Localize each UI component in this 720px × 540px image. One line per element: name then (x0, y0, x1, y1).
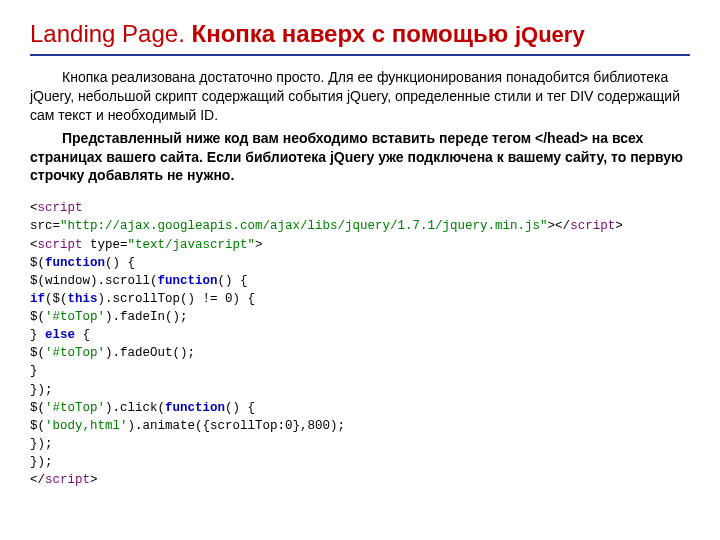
code-seg: script (45, 473, 90, 487)
title-part-2: Кнопка наверх с помощью (191, 20, 514, 47)
code-seg: $( (30, 256, 45, 270)
code-seg: function (45, 256, 105, 270)
paragraph-2-tag: </head> (535, 130, 588, 146)
code-seg: { (83, 328, 91, 342)
code-seg: script (570, 219, 615, 233)
code-seg: () { (105, 256, 135, 270)
code-line-15: }); (30, 453, 690, 471)
code-line-6: if($(this).scrollTop() != 0) { (30, 290, 690, 308)
code-seg: src= (30, 219, 60, 233)
code-line-4: $(function() { (30, 254, 690, 272)
code-seg: < (30, 238, 38, 252)
code-seg: '#toTop' (45, 310, 105, 324)
code-seg: </ (30, 473, 45, 487)
code-seg: > (255, 238, 263, 252)
code-seg: ).click( (105, 401, 165, 415)
code-block: <script src="http://ajax.googleapis.com/… (30, 199, 690, 489)
code-seg: '#toTop' (45, 346, 105, 360)
code-seg: ).fadeOut(); (105, 346, 195, 360)
code-seg: ).scrollTop() != 0) { (98, 292, 256, 306)
code-seg: function (165, 401, 225, 415)
code-seg: $(window).scroll( (30, 274, 158, 288)
code-seg: ($( (45, 292, 68, 306)
code-line-11: }); (30, 381, 690, 399)
paragraph-2: Представленный ниже код вам необходимо в… (30, 129, 690, 186)
code-seg: }); (30, 455, 53, 469)
code-seg: "http://ajax.googleapis.com/ajax/libs/jq… (60, 219, 548, 233)
code-seg: } (30, 364, 38, 378)
code-line-8: } else { (30, 326, 690, 344)
paragraph-2a: Представленный ниже код вам необходимо в… (62, 130, 535, 146)
code-seg: script (38, 238, 91, 252)
code-seg: > (615, 219, 623, 233)
code-seg: type= (90, 238, 128, 252)
code-line-5: $(window).scroll(function() { (30, 272, 690, 290)
code-line-7: $('#toTop').fadeIn(); (30, 308, 690, 326)
code-seg: if (30, 292, 45, 306)
page-title: Landing Page. Кнопка наверх с помощью jQ… (30, 20, 690, 48)
code-seg: "text/javascript" (128, 238, 256, 252)
code-line-12: $('#toTop').click(function() { (30, 399, 690, 417)
code-seg: () { (225, 401, 255, 415)
body-text: Кнопка реализована достаточно просто. Дл… (30, 68, 690, 185)
code-seg: function (158, 274, 218, 288)
code-line-9: $('#toTop').fadeOut(); (30, 344, 690, 362)
code-line-1: <script (30, 199, 690, 217)
code-seg: $( (30, 401, 45, 415)
code-seg: ></ (548, 219, 571, 233)
code-seg: > (90, 473, 98, 487)
code-seg: }); (30, 383, 53, 397)
code-seg: $( (30, 419, 45, 433)
code-seg: script (38, 201, 83, 215)
code-line-16: </script> (30, 471, 690, 489)
code-line-10: } (30, 362, 690, 380)
title-divider (30, 54, 690, 56)
code-line-13: $('body,html').animate({scrollTop:0},800… (30, 417, 690, 435)
code-line-14: }); (30, 435, 690, 453)
code-seg: } (30, 328, 45, 342)
code-seg: $( (30, 310, 45, 324)
code-line-2: src="http://ajax.googleapis.com/ajax/lib… (30, 217, 690, 235)
code-seg: () { (218, 274, 248, 288)
code-seg: 'body,html' (45, 419, 128, 433)
code-seg: }); (30, 437, 53, 451)
title-part-1: Landing Page. (30, 20, 191, 47)
title-part-3: jQuery (515, 22, 585, 47)
code-seg: ).fadeIn(); (105, 310, 188, 324)
code-seg: < (30, 201, 38, 215)
code-seg: '#toTop' (45, 401, 105, 415)
code-seg: ).animate({scrollTop:0},800); (128, 419, 346, 433)
code-seg: else (45, 328, 83, 342)
code-seg: this (68, 292, 98, 306)
code-line-3: <script type="text/javascript"> (30, 236, 690, 254)
paragraph-1: Кнопка реализована достаточно просто. Дл… (30, 68, 690, 125)
code-seg: $( (30, 346, 45, 360)
